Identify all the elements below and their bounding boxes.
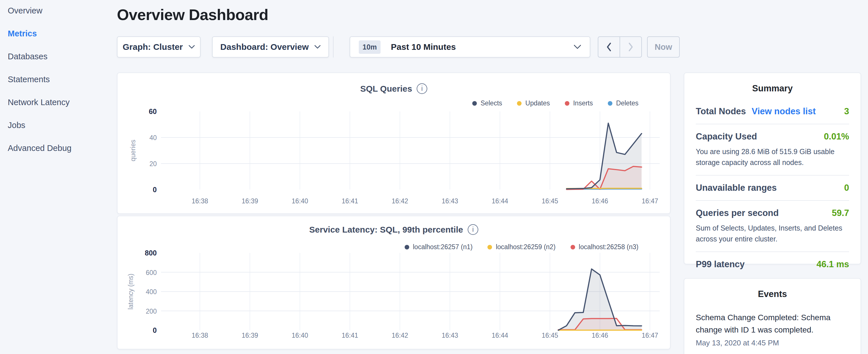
sql-queries-legend: Selects Updates Inserts Deletes <box>472 99 639 107</box>
chevron-right-icon <box>628 42 633 52</box>
svg-text:16:40: 16:40 <box>292 197 308 205</box>
svg-text:200: 200 <box>146 308 157 315</box>
dashboard-dropdown-label: Dashboard: Overview <box>220 42 309 52</box>
summary-value: 0 <box>844 183 849 193</box>
sidebar-item-advanced-debug[interactable]: Advanced Debug <box>8 137 111 160</box>
svg-text:800: 800 <box>145 249 157 257</box>
svg-text:16:47: 16:47 <box>642 332 658 339</box>
svg-text:60: 60 <box>149 107 157 116</box>
summary-title: Summary <box>696 83 849 94</box>
next-window-button[interactable] <box>620 37 641 57</box>
chevron-down-icon <box>189 45 195 49</box>
svg-text:latency (ms): latency (ms) <box>127 273 134 309</box>
prev-window-button[interactable] <box>598 37 620 57</box>
legend-item-n1[interactable]: localhost:26257 (n1) <box>405 243 472 251</box>
svg-text:16:40: 16:40 <box>292 332 308 339</box>
service-latency-chart-title: Service Latency: SQL, 99th percentile i <box>118 224 670 235</box>
time-window-label: Past 10 Minutes <box>391 42 456 52</box>
svg-text:16:38: 16:38 <box>192 332 208 339</box>
svg-text:16:41: 16:41 <box>342 197 358 205</box>
svg-text:16:44: 16:44 <box>492 197 508 205</box>
dashboard-dropdown[interactable]: Dashboard: Overview <box>212 36 329 58</box>
sidebar-item-statements[interactable]: Statements <box>8 68 111 91</box>
legend-item-inserts[interactable]: Inserts <box>565 99 593 107</box>
svg-text:0: 0 <box>153 326 157 334</box>
sidebar-item-jobs[interactable]: Jobs <box>8 114 111 137</box>
time-window-badge: 10m <box>359 40 380 54</box>
series-dot-icon <box>517 101 522 106</box>
legend-label: Updates <box>525 99 550 107</box>
summary-value: 46.1 ms <box>816 259 849 269</box>
summary-row-total-nodes: Total Nodes View nodes list 3 <box>696 106 849 117</box>
svg-text:400: 400 <box>146 288 157 296</box>
events-panel: Events Schema Change Completed: Schema c… <box>684 278 861 354</box>
series-dot-icon <box>608 101 612 106</box>
svg-text:16:46: 16:46 <box>592 197 608 205</box>
now-button[interactable]: Now <box>647 36 680 58</box>
sql-queries-chart-card: SQL Queries i Selects Updates Inserts De… <box>117 72 671 214</box>
series-dot-icon <box>570 245 575 250</box>
svg-text:16:39: 16:39 <box>242 332 258 339</box>
legend-item-n3[interactable]: localhost:26258 (n3) <box>570 243 639 251</box>
legend-item-n2[interactable]: localhost:26259 (n2) <box>488 243 555 251</box>
info-icon[interactable]: i <box>417 83 427 94</box>
chevron-left-icon <box>606 42 612 52</box>
legend-label: localhost:26258 (n3) <box>579 243 639 251</box>
svg-text:16:41: 16:41 <box>342 332 358 339</box>
summary-value: 0.01% <box>824 131 849 142</box>
svg-text:0: 0 <box>153 186 157 194</box>
series-dot-icon <box>472 101 477 106</box>
summary-label: Queries per second <box>696 208 779 218</box>
view-nodes-list-link[interactable]: View nodes list <box>752 106 815 117</box>
service-latency-chart-card: Service Latency: SQL, 99th percentile i … <box>117 216 671 349</box>
svg-text:16:42: 16:42 <box>392 197 408 205</box>
svg-text:40: 40 <box>149 134 157 141</box>
summary-row-queries-per-second: Queries per second 59.7 Sum of Selects, … <box>696 208 849 244</box>
legend-label: Selects <box>480 99 502 107</box>
svg-text:600: 600 <box>146 269 157 277</box>
svg-text:16:45: 16:45 <box>541 332 558 339</box>
series-dot-icon <box>565 101 569 106</box>
summary-row-unavailable-ranges: Unavailable ranges 0 <box>696 183 849 193</box>
svg-text:16:38: 16:38 <box>192 197 208 205</box>
svg-text:16:39: 16:39 <box>242 197 258 205</box>
graph-dropdown[interactable]: Graph: Cluster <box>117 36 200 58</box>
chart-title-text: Service Latency: SQL, 99th percentile <box>309 225 463 234</box>
sidebar-item-overview[interactable]: Overview <box>8 0 111 22</box>
legend-label: Inserts <box>573 99 593 107</box>
summary-label: Unavailable ranges <box>696 183 777 193</box>
svg-text:16:47: 16:47 <box>642 197 658 205</box>
sidebar-item-network-latency[interactable]: Network Latency <box>8 91 111 114</box>
legend-item-selects[interactable]: Selects <box>472 99 502 107</box>
sql-queries-chart-title: SQL Queries i <box>118 83 670 94</box>
summary-label: Total Nodes <box>696 106 746 117</box>
info-icon[interactable]: i <box>468 224 478 235</box>
summary-label: Capacity Used <box>696 131 757 142</box>
legend-item-updates[interactable]: Updates <box>517 99 550 107</box>
svg-text:16:42: 16:42 <box>392 332 408 339</box>
sidebar: Overview Metrics Databases Statements Ne… <box>8 0 111 160</box>
legend-label: Deletes <box>616 99 639 107</box>
sidebar-item-databases[interactable]: Databases <box>8 45 111 68</box>
service-latency-chart: 16:3816:3916:4016:4116:4216:4316:4416:45… <box>118 216 671 350</box>
main-content: Overview Dashboard Graph: Cluster Dashbo… <box>117 0 671 354</box>
divider <box>696 175 849 175</box>
sidebar-item-metrics[interactable]: Metrics <box>8 22 111 45</box>
svg-text:16:43: 16:43 <box>442 332 458 339</box>
svg-text:16:46: 16:46 <box>592 332 608 339</box>
legend-label: localhost:26257 (n1) <box>413 243 472 251</box>
event-item-text: Schema Change Completed: Schema change w… <box>696 311 849 336</box>
svg-text:16:44: 16:44 <box>492 332 508 339</box>
controls-divider <box>333 36 334 58</box>
time-window-selector[interactable]: 10m Past 10 Minutes <box>350 36 590 58</box>
summary-row-capacity-used: Capacity Used 0.01% You are using 28.6 M… <box>696 131 849 168</box>
summary-value: 59.7 <box>832 208 849 218</box>
sql-queries-chart: 16:3816:3916:4016:4116:4216:4316:4416:45… <box>118 73 671 215</box>
svg-text:16:43: 16:43 <box>442 197 458 205</box>
summary-description: You are using 28.6 MiB of 515.9 GiB usab… <box>696 147 849 168</box>
chevron-down-icon <box>574 45 581 49</box>
legend-label: localhost:26259 (n2) <box>496 243 555 251</box>
legend-item-deletes[interactable]: Deletes <box>608 99 639 107</box>
summary-description: Sum of Selects, Updates, Inserts, and De… <box>696 223 849 244</box>
summary-value: 3 <box>844 106 849 117</box>
